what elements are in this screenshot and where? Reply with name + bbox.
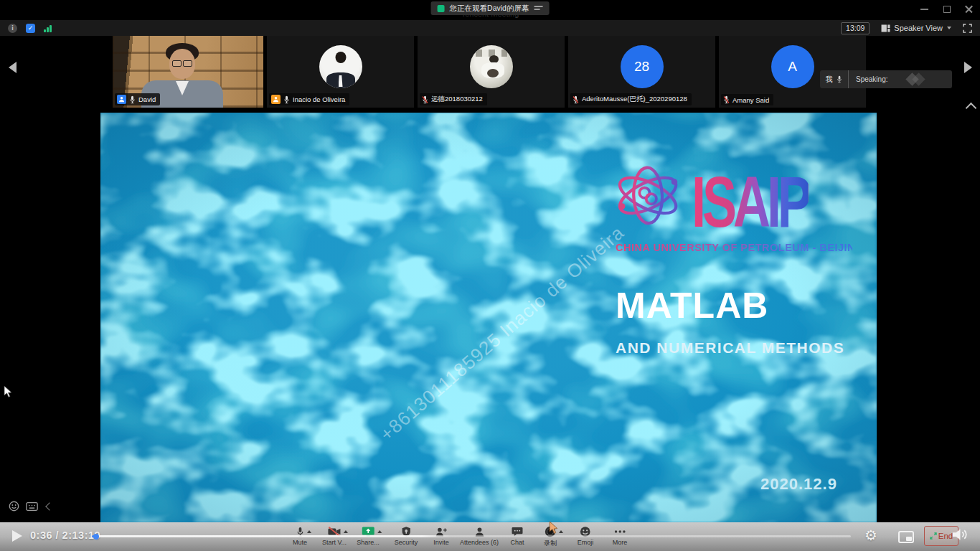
mic-muted-icon <box>723 95 730 104</box>
banner-menu-icon[interactable] <box>534 5 542 11</box>
participant-name-tag: David <box>115 93 160 105</box>
close-button[interactable] <box>965 5 973 13</box>
speaking-indicator-bar: 我 Speaking: <box>820 70 952 88</box>
exit-fullscreen-icon <box>930 532 937 540</box>
layout-icon <box>881 24 890 32</box>
slide-date: 2020.12.9 <box>760 475 837 494</box>
isaip-logo: ISAIP <box>607 164 854 239</box>
seek-bar-handle[interactable] <box>93 534 99 540</box>
participant-name-tag: 远德2018030212 <box>420 93 487 105</box>
university-name: CHINA UNIVERSITY OF PETROLEUM - BEIJING <box>616 242 852 253</box>
play-button[interactable] <box>12 530 22 542</box>
view-mode-label: Speaker View <box>894 24 943 32</box>
mic-on-icon <box>129 95 136 104</box>
security-shield-icon[interactable]: ✓ <box>26 24 35 33</box>
window-controls <box>920 5 973 13</box>
cohost-badge-icon <box>271 95 281 104</box>
avatar <box>319 45 362 88</box>
slide-subtitle: AND NUMERICAL METHODS <box>616 339 844 357</box>
more-dots-icon <box>613 529 626 534</box>
recorded-cursor-pointer <box>549 521 558 534</box>
fullscreen-button[interactable] <box>963 24 972 33</box>
shared-screen-slide: ISAIP CHINA UNIVERSITY OF PETROLEUM - BE… <box>100 113 877 522</box>
isaip-logo-text: ISAIP <box>692 169 809 234</box>
collapse-left-chevron[interactable] <box>45 502 53 510</box>
playback-time: 0:36 / 2:13:19 <box>30 529 100 541</box>
chevron-down-icon <box>947 27 951 29</box>
mic-muted-icon <box>573 95 579 104</box>
participant-tile-inacio[interactable]: Inacio de Oliveira <box>267 36 414 108</box>
participant-name-tag: Inacio de Oliveira <box>269 93 349 105</box>
avatar-text: 28 <box>634 59 649 75</box>
meeting-clock: 13:09 <box>841 22 870 34</box>
participant-tile-3[interactable]: 远德2018030212 <box>418 36 565 108</box>
reaction-smiley-icon[interactable] <box>9 501 19 512</box>
mic-muted-icon <box>422 95 428 104</box>
thumbnails-prev-arrow[interactable] <box>9 62 17 73</box>
avatar: 28 <box>621 45 664 88</box>
slide-title: MATLAB <box>616 285 768 326</box>
speaking-label: Speaking: <box>856 75 887 83</box>
meeting-info-icon[interactable]: i <box>8 24 17 33</box>
screen-share-banner: 您正在观看David的屏幕 <box>431 1 550 15</box>
share-status-icon <box>438 5 445 12</box>
player-settings-gear-icon[interactable]: ⚙ <box>864 527 877 544</box>
video-player-stage: Tencent Meeting 您正在观看David的屏幕 i ✓ 13:09 … <box>0 0 980 551</box>
mouse-pointer <box>4 385 12 398</box>
avatar: A <box>771 45 814 88</box>
video-options-caret[interactable] <box>344 530 348 533</box>
participant-name-tag: AderitoMausse(巴托)_2020290128 <box>570 93 692 105</box>
avatar-text: A <box>788 59 797 75</box>
maximize-button[interactable] <box>943 5 951 13</box>
volume-icon[interactable] <box>951 527 968 542</box>
avatar <box>470 45 513 88</box>
my-mic-icon <box>837 75 842 83</box>
participant-tile-aderito[interactable]: 28 AderitoMausse(巴托)_2020290128 <box>568 36 715 108</box>
host-badge-icon <box>117 95 126 104</box>
picture-in-picture-icon[interactable] <box>898 531 914 543</box>
participant-tile-david[interactable]: David <box>113 36 263 108</box>
participant-name-tag: Amany Said <box>721 94 773 105</box>
caption-keyboard-icon[interactable] <box>26 502 38 511</box>
collapse-thumbnails-chevron[interactable] <box>966 103 977 114</box>
speaker-avatars-ghost <box>908 75 923 84</box>
meeting-topbar: i ✓ 13:09 Speaker View <box>0 20 980 36</box>
minimize-button[interactable] <box>920 5 928 13</box>
seek-bar[interactable] <box>92 535 851 537</box>
me-label: 我 <box>826 75 833 85</box>
network-signal-icon <box>44 24 52 32</box>
mic-on-icon <box>283 95 290 104</box>
record-options-caret[interactable] <box>559 530 563 533</box>
reaction-shortcuts <box>9 501 52 512</box>
view-mode-switcher[interactable]: Speaker View <box>881 24 951 32</box>
thumbnails-next-arrow[interactable] <box>964 62 972 73</box>
mute-options-caret[interactable] <box>306 530 311 533</box>
share-options-caret[interactable] <box>377 530 382 533</box>
share-banner-text: 您正在观看David的屏幕 <box>450 4 529 14</box>
